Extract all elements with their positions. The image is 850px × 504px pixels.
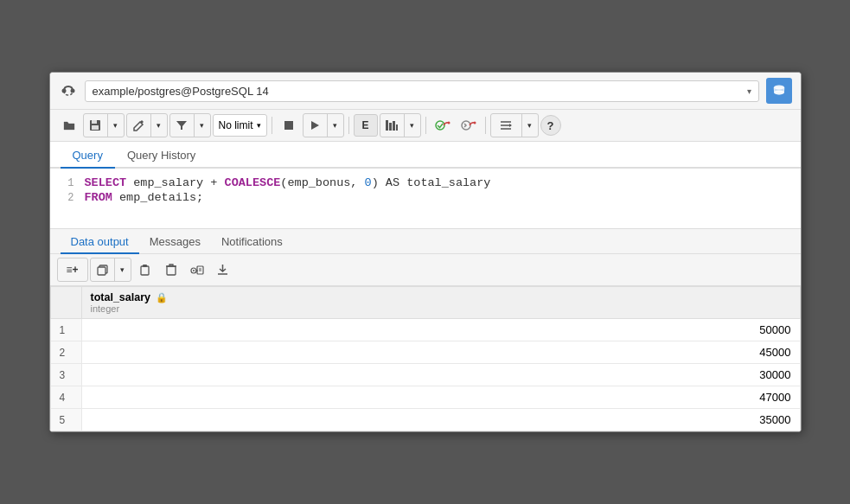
- svg-rect-11: [386, 120, 388, 131]
- cell-total-salary: 50000: [81, 319, 800, 341]
- tab-notifications[interactable]: Notifications: [211, 229, 293, 254]
- lock-icon: 🔒: [156, 292, 168, 303]
- row-number: 5: [50, 409, 81, 431]
- sql-editor[interactable]: 1 SELECT emp_salary + COALESCE(emp_bonus…: [50, 169, 801, 229]
- row-number: 1: [50, 319, 81, 341]
- connection-label: example/postgres@PostgreSQL 14: [93, 85, 269, 98]
- col-alias: ) AS total_salary: [372, 176, 491, 189]
- svg-rect-9: [284, 121, 293, 130]
- data-table-wrapper: total_salary 🔒 integer 15000024500033000…: [50, 286, 801, 431]
- separator-3: [425, 117, 426, 134]
- add-row-group: ≡+: [57, 258, 88, 282]
- col-header-total-salary: total_salary 🔒 integer: [81, 287, 800, 319]
- copy-dropdown[interactable]: ▾: [115, 258, 131, 281]
- svg-point-15: [436, 121, 444, 130]
- row-number: 3: [50, 364, 81, 386]
- svg-marker-22: [509, 124, 512, 127]
- main-window: example/postgres@PostgreSQL 14 ▾ ▾: [49, 72, 802, 432]
- explain-group: ▾: [380, 113, 421, 137]
- svg-rect-24: [98, 267, 105, 275]
- limit-label: No limit: [219, 119, 253, 131]
- table-row: 330000: [50, 364, 800, 386]
- save-button[interactable]: [84, 114, 108, 137]
- run-dropdown-button[interactable]: ▾: [328, 114, 343, 137]
- table-row: 245000: [50, 341, 800, 364]
- macros-group: ▾: [490, 113, 539, 137]
- svg-marker-10: [311, 121, 319, 130]
- col-name-label: total_salary: [91, 291, 150, 303]
- col-table: emp_details;: [112, 191, 203, 204]
- cell-total-salary: 30000: [81, 364, 800, 386]
- edit-button[interactable]: [127, 114, 151, 137]
- main-toolbar: ▾ ▾ ▾ No limit ▾: [50, 110, 801, 142]
- svg-rect-25: [141, 266, 149, 275]
- table-row: 447000: [50, 386, 800, 409]
- table-row: 535000: [50, 409, 800, 431]
- col-bonus-args: (emp_bonus,: [280, 176, 364, 189]
- open-file-button[interactable]: [57, 114, 81, 137]
- svg-rect-12: [389, 123, 392, 131]
- explain-analyze-dropdown[interactable]: ▾: [405, 114, 420, 137]
- editor-line-1: 1 SELECT emp_salary + COALESCE(emp_bonus…: [50, 175, 801, 190]
- help-button[interactable]: ?: [540, 115, 561, 136]
- edit-dropdown-button[interactable]: ▾: [151, 114, 167, 137]
- copy-group: ▾: [90, 258, 131, 282]
- download-button[interactable]: [211, 258, 235, 281]
- svg-rect-7: [92, 125, 99, 130]
- add-row-button[interactable]: ≡+: [58, 258, 87, 281]
- cell-total-salary: 45000: [81, 341, 800, 364]
- svg-rect-6: [92, 120, 97, 124]
- rollback-button[interactable]: [457, 114, 481, 137]
- commit-button[interactable]: [431, 114, 455, 137]
- edit-group: ▾: [126, 113, 168, 137]
- line-number-1: 1: [50, 177, 85, 189]
- data-toolbar: ≡+ ▾: [50, 254, 801, 286]
- tab-data-output[interactable]: Data output: [61, 229, 139, 254]
- output-tabs: Data output Messages Notifications: [50, 229, 801, 254]
- connection-selector[interactable]: example/postgres@PostgreSQL 14 ▾: [85, 80, 759, 102]
- tab-messages[interactable]: Messages: [139, 229, 211, 254]
- db-icon[interactable]: [766, 78, 792, 104]
- delete-button[interactable]: [159, 258, 183, 281]
- table-row: 150000: [50, 319, 800, 341]
- separator-1: [272, 117, 272, 134]
- run-button[interactable]: [304, 114, 328, 137]
- row-number: 2: [50, 341, 81, 364]
- svg-rect-27: [167, 266, 176, 275]
- svg-rect-14: [396, 124, 398, 131]
- col-emp-salary: emp_salary +: [126, 176, 224, 189]
- cell-total-salary: 35000: [81, 409, 800, 431]
- line-content-2: FROM emp_details;: [85, 191, 801, 204]
- filter-button[interactable]: [170, 114, 195, 137]
- save-dropdown-button[interactable]: ▾: [108, 114, 124, 137]
- line-number-2: 2: [50, 192, 85, 204]
- save-group: ▾: [83, 113, 125, 137]
- svg-point-30: [193, 270, 195, 271]
- results-table: total_salary 🔒 integer 15000024500033000…: [50, 286, 801, 431]
- query-tabs: Query Query History: [50, 142, 801, 169]
- row-number: 4: [50, 386, 81, 409]
- explain-analyze-button[interactable]: [380, 114, 405, 137]
- kw-select: SELECT: [85, 176, 127, 189]
- svg-marker-8: [176, 121, 187, 130]
- stop-button[interactable]: [277, 114, 301, 137]
- separator-2: [348, 117, 349, 134]
- macros-button[interactable]: [491, 114, 522, 137]
- table-body: 150000245000330000447000535000: [50, 319, 800, 431]
- connection-icon: [59, 81, 78, 100]
- macros-dropdown[interactable]: ▾: [522, 114, 538, 137]
- svg-point-18: [473, 122, 476, 124]
- run-group: ▾: [303, 113, 344, 137]
- save-data-button[interactable]: [185, 258, 209, 281]
- filter-dropdown-button[interactable]: ▾: [195, 114, 210, 137]
- limit-dropdown[interactable]: No limit ▾: [213, 114, 267, 137]
- svg-point-16: [447, 122, 450, 124]
- tab-query[interactable]: Query: [61, 142, 115, 169]
- tab-query-history[interactable]: Query History: [115, 142, 208, 169]
- explain-button[interactable]: E: [354, 114, 378, 137]
- paste-button[interactable]: [133, 258, 157, 281]
- copy-button[interactable]: [91, 258, 115, 281]
- svg-rect-13: [393, 121, 395, 131]
- row-num-header: [50, 287, 81, 319]
- separator-4: [485, 117, 486, 134]
